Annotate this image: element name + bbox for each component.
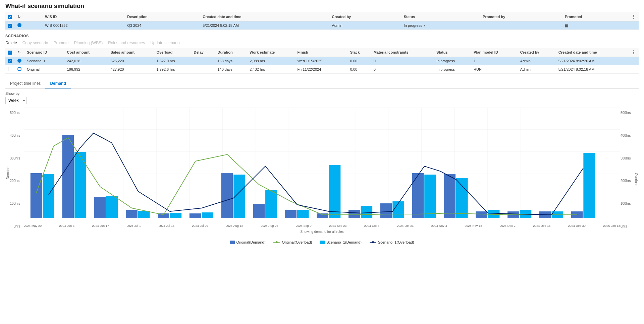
scen-row1-status: In progress [434,57,471,65]
scen-row1-created-by: Admin [518,57,556,65]
scen-row1-sep [342,57,347,65]
bar-scenario1-demand-11 [361,206,373,218]
legend-original-demand-color [230,241,235,244]
tabs-section: Project time lines Demand [5,79,639,89]
scen-row2-plan-model-id: RUN [471,65,518,74]
legend-scenario1-overload-icon [370,241,376,244]
wis-status-text: In progress [404,23,422,27]
scenario-row-2[interactable]: Original 196,992 427,920 1,792.6 hrs 140… [5,65,639,74]
show-by-select[interactable]: Week Day Month [5,97,27,104]
roles-resources-button[interactable]: Roles and resources [108,40,145,46]
bar-original-demand-4 [126,210,138,218]
wis-col-created-by: Created by [329,12,401,21]
scen-row1-material-constraints: 0 [371,57,434,65]
scen-row1-extra [629,57,639,65]
show-by-select-wrapper: Week Day Month [5,97,27,104]
y-left-100: 100hrs [10,202,20,205]
chart-y-axis-label-right: Overload [634,173,638,187]
x-label-13: 2024-Nov-4 [431,224,447,228]
y-left-500: 500hrs [10,111,20,115]
y-right-300: 300hrs [621,156,631,160]
page-title: What-if scenario simulation [5,3,639,10]
wis-row-circle-icon [17,23,21,27]
y-left-200: 200hrs [10,179,20,183]
scen-select-all-checkbox[interactable]: ✓ [8,51,12,55]
y-left-300: 300hrs [10,156,20,160]
show-by-label: Show by [5,91,639,95]
x-label-10: 2024-Sep-23 [329,224,346,228]
scen-col-work-estimate: Work estimate [247,48,294,57]
scen-row1-finish: Wed 1/15/2025 [294,57,342,65]
scen-row2-material-constraints: 0 [371,65,434,74]
bar-scenario1-demand-5 [170,213,182,218]
scen-row1-overload: 1,527.0 hrs [154,57,191,65]
scen-refresh-icon[interactable]: ↻ [17,50,20,54]
chart-y-axis-label-left: Demand [6,167,10,179]
scenarios-section: SCENARIOS Delete Copy scenario Promote P… [5,34,639,74]
tab-project-time-lines[interactable]: Project time lines [5,79,45,88]
bar-original-demand-12 [380,203,392,218]
wis-select-all-checkbox[interactable]: ✓ [8,15,12,19]
y-right-400: 400hrs [621,134,631,137]
delete-button[interactable]: Delete [5,40,17,46]
svg-point-26 [372,241,374,243]
x-label-11: 2024-Oct-7 [364,224,379,228]
scen-row2-overload: 1,792.6 hrs [154,65,191,74]
scenarios-label: SCENARIOS [5,34,639,38]
chart-x-labels: 2024-May-20 2024-Jun-3 2024-Jun-17 2024-… [24,224,620,228]
scen-col-created-by: Created by [518,48,556,57]
planning-wbs-button[interactable]: Planning (WBS) [74,40,103,46]
wis-col-wis-id: WIS ID [42,12,124,21]
legend-scenario1-overload: Scenario_1(Overload) [370,240,414,244]
scen-row2-checkbox[interactable] [8,67,12,71]
x-label-15: 2024-Dec-2 [500,224,516,228]
wis-row-description: Q3 2024 [124,21,200,30]
bar-original-demand-8 [253,204,265,218]
wis-status-dropdown[interactable]: In progress ▾ [404,23,425,27]
wis-table: ✓ ↻ WIS ID Description Created date and … [5,12,639,30]
scen-row2-created-by: Admin [518,65,556,74]
x-label-2: 2024-Jun-3 [59,224,75,228]
scen-col-scenario-id: Scenario ID [24,48,64,57]
y-left-400: 400hrs [10,134,20,137]
bar-original-demand-10 [317,213,328,218]
x-label-3: 2024-Jun-17 [92,224,109,228]
bar-original-demand-15 [476,211,487,218]
scen-col-material-constraints: Material constraints [371,48,434,57]
wis-row-promoted-by [480,21,562,30]
wis-row-checkbox[interactable]: ✓ [8,24,12,28]
chart-legend: Original(Demand) Original(Overload) Scen… [5,240,639,244]
bar-original-demand-2 [62,135,74,218]
sort-created-date-button[interactable]: ↑ [598,51,600,54]
scen-col-duration: Duration [215,48,247,57]
wis-col-created-date: Created date and time [200,12,329,21]
scen-col-plan-model-id: Plan model ID [471,48,518,57]
wis-row[interactable]: ✓ WIS-0001252 Q3 2024 5/21/2024 8:02:18 … [5,21,639,30]
scen-row2-circle-icon [17,67,21,71]
x-label-7: 2024-Aug-12 [226,224,243,228]
scen-row1-checkbox[interactable]: ✓ [8,59,12,63]
x-label-1: 2024-May-20 [24,224,42,228]
page-container: What-if scenario simulation ✓ ↻ WIS ID D… [0,0,644,324]
wis-col-description: Description [124,12,200,21]
scen-col-checkbox: ✓ [5,48,15,57]
scen-row2-cost-amount: 196,992 [64,65,108,74]
scen-more-icon[interactable]: ⋮ [631,50,636,55]
scen-col-status: Status [434,48,471,57]
refresh-icon[interactable]: ↻ [17,15,20,19]
chart-y-labels-right: 500hrs 400hrs 300hrs 200hrs 100hrs 0hrs [619,108,639,228]
promote-button[interactable]: Promote [53,40,68,46]
copy-scenario-button[interactable]: Copy scenario [22,40,48,46]
wis-more-icon[interactable]: ⋮ [631,14,636,19]
update-scenario-button[interactable]: Update scenario [150,40,179,46]
scen-row1-delay [191,57,215,65]
tab-demand[interactable]: Demand [45,79,70,88]
scenario-row-1[interactable]: ✓ Scenario_1 242,028 525,220 1,527.0 hrs… [5,57,639,65]
wis-row-wis-id: WIS-0001252 [42,21,124,30]
wis-row-promoted: ▦ [562,21,629,30]
scen-col-more: ⋮ [629,48,639,57]
legend-original-overload: Original(Overload) [273,240,312,244]
scen-row2-duration: 140 days [215,65,247,74]
chart-subtitle: Showing demand for all roles [301,230,344,234]
scen-row2-work-estimate: 2,432 hrs [247,65,294,74]
